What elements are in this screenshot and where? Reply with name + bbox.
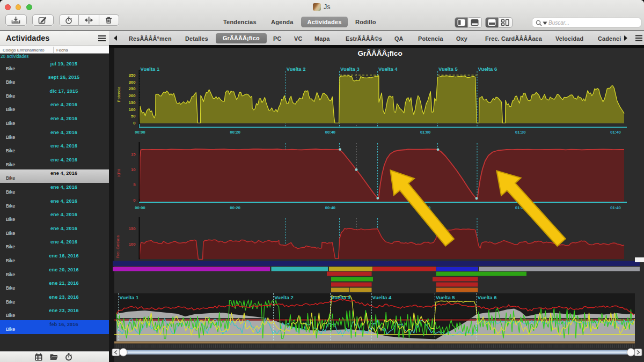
svg-text:100: 100 [129, 107, 136, 112]
svg-text:Vuelta 4: Vuelta 4 [378, 66, 398, 72]
svg-text:Vuelta 6: Vuelta 6 [478, 66, 497, 72]
svg-text:Vuelta 4: Vuelta 4 [372, 294, 392, 300]
svg-text:00:40: 00:40 [325, 205, 335, 210]
svg-text:Vuelta 3: Vuelta 3 [331, 294, 350, 300]
svg-text:Vuelta 6: Vuelta 6 [478, 294, 497, 300]
svg-text:01:00: 01:00 [420, 130, 430, 135]
svg-text:00:20: 00:20 [230, 130, 240, 135]
svg-text:Vuelta 5: Vuelta 5 [436, 294, 455, 300]
svg-text:50: 50 [131, 114, 135, 119]
svg-text:01:40: 01:40 [610, 205, 620, 210]
svg-text:00:20: 00:20 [230, 205, 240, 210]
svg-text:250: 250 [129, 86, 136, 91]
svg-text:100: 100 [129, 242, 136, 247]
svg-text:0: 0 [133, 198, 135, 203]
svg-text:300: 300 [129, 80, 136, 85]
svg-text:Vuelta 1: Vuelta 1 [120, 294, 139, 300]
svg-text:350: 350 [129, 73, 136, 78]
svg-text:00:00: 00:00 [135, 205, 145, 210]
svg-text:01:40: 01:40 [610, 130, 620, 135]
svg-text:200: 200 [129, 93, 136, 98]
svg-text:GrÃÂÂÂ¡fico: GrÃÂÂÂ¡fico [357, 49, 402, 57]
svg-text:0: 0 [133, 121, 135, 125]
svg-text:Vuelta 3: Vuelta 3 [340, 66, 360, 72]
svg-text:Potencia: Potencia [116, 86, 121, 102]
svg-text:00:40: 00:40 [325, 130, 335, 135]
svg-text:Vuelta 2: Vuelta 2 [287, 66, 306, 72]
svg-text:KPH: KPH [117, 169, 121, 176]
svg-text:01:20: 01:20 [515, 130, 525, 135]
svg-text:15: 15 [131, 152, 136, 157]
svg-text:Vuelta 1: Vuelta 1 [141, 66, 160, 72]
svg-text:150: 150 [129, 100, 136, 105]
svg-text:150: 150 [129, 226, 136, 231]
svg-text:10: 10 [131, 167, 135, 172]
svg-text:Vuelta 2: Vuelta 2 [274, 294, 294, 300]
svg-text:Frec. Cardiaca: Frec. Cardiaca [116, 235, 120, 258]
svg-text:Vuelta 5: Vuelta 5 [438, 66, 458, 72]
svg-text:00:00: 00:00 [135, 130, 145, 135]
